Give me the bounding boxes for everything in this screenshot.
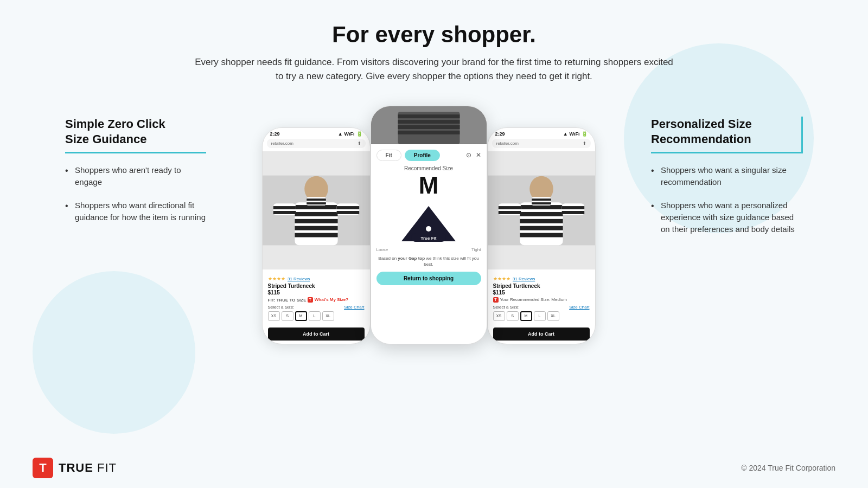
right-bullet-1: Shoppers who want a singular size recomm… <box>651 164 803 188</box>
svg-rect-19 <box>398 114 459 118</box>
browser-bar-right: retailer.com ⬆ <box>492 139 591 148</box>
size-m-left[interactable]: M <box>295 311 307 321</box>
stars-left: ★★★★ <box>268 276 285 281</box>
modal-rec-title: Recommended Size <box>376 165 481 171</box>
svg-rect-32 <box>520 219 563 223</box>
reviews-left[interactable]: 31 Reviews <box>288 277 310 281</box>
modal-size-big: M <box>376 174 481 197</box>
right-bullet-2: Shoppers who want a personalized experie… <box>651 200 803 235</box>
page-title: For every shopper. <box>190 22 678 48</box>
product-price-left: $115 <box>268 290 365 296</box>
right-panel-title: Personalized SizeRecommendation <box>651 117 803 153</box>
svg-rect-42 <box>532 198 551 201</box>
svg-rect-3 <box>295 205 337 209</box>
svg-rect-31 <box>520 212 563 216</box>
size-l-right[interactable]: L <box>534 311 546 321</box>
product-price-right: $115 <box>493 290 590 296</box>
recommended-label-right: T Your Recommended Size: Medium <box>493 297 590 303</box>
svg-point-24 <box>426 226 431 232</box>
svg-rect-40 <box>561 211 584 214</box>
status-icons-left: ▲ WiFi 🔋 <box>338 131 362 137</box>
time-left: 2:29 <box>270 131 280 137</box>
svg-rect-33 <box>520 226 563 230</box>
product-image-left <box>263 151 370 269</box>
modal-desc: Based on your Gap top we think this size… <box>376 255 481 267</box>
svg-rect-16 <box>307 202 326 204</box>
svg-rect-34 <box>520 233 563 237</box>
left-bullet-2: Shoppers who want directional fit guidan… <box>65 200 206 223</box>
svg-text:True Fit: True Fit <box>421 236 437 241</box>
svg-rect-4 <box>295 212 337 216</box>
size-chart-left[interactable]: Size Chart <box>344 305 364 310</box>
phone-left: 2:29 ▲ WiFi 🔋 retailer.com ⬆ <box>262 127 371 344</box>
right-panel: Personalized SizeRecommendation Shoppers… <box>640 106 803 247</box>
product-info-left: ★★★★ 31 Reviews Striped Turtleneck $115 … <box>263 269 370 324</box>
left-panel-title: Simple Zero ClickSize Guidance <box>65 117 206 153</box>
phone-center: 2:29 ▲ WiFi 🔋 retailer.com ⬆ <box>371 106 487 344</box>
tf-badge-left[interactable]: T What's My Size? <box>308 297 348 303</box>
svg-rect-9 <box>273 206 296 209</box>
size-m-right[interactable]: M <box>520 311 532 321</box>
sweater-svg-right <box>488 151 595 269</box>
right-bullet-list: Shoppers who want a singular size recomm… <box>651 164 803 235</box>
size-row-left: Select a Size: Size Chart <box>268 305 365 310</box>
svg-rect-43 <box>532 202 551 204</box>
size-s-left[interactable]: S <box>282 311 293 321</box>
size-xl-left[interactable]: XL <box>322 311 334 321</box>
svg-rect-22 <box>398 131 459 134</box>
svg-rect-6 <box>295 226 337 230</box>
return-button[interactable]: Return to shopping <box>376 272 481 285</box>
fit-label-left: FIT: TRUE TO SIZE T What's My Size? <box>268 297 365 303</box>
modal-overlay: Fit Profile ⊙ ✕ Recommended Size M <box>371 106 487 344</box>
main-content: Simple Zero ClickSize Guidance Shoppers … <box>33 106 835 344</box>
settings-icon[interactable]: ⊙ <box>466 151 471 159</box>
modal-bg-sweater <box>371 106 487 144</box>
svg-rect-10 <box>273 211 296 214</box>
svg-rect-37 <box>498 211 521 214</box>
reviews-right[interactable]: 31 Reviews <box>513 277 535 281</box>
gauge-container: True Fit <box>391 201 467 244</box>
tight-label: Tight <box>471 247 481 252</box>
svg-rect-5 <box>295 219 337 223</box>
tf-logo-right: T <box>493 297 499 303</box>
add-to-cart-left[interactable]: Add to Cart <box>268 328 365 341</box>
size-row-right: Select a Size: Size Chart <box>493 305 590 310</box>
modal-sheet: Fit Profile ⊙ ✕ Recommended Size M <box>371 144 487 344</box>
svg-rect-36 <box>498 206 521 209</box>
product-name-right: Striped Turtleneck <box>493 283 590 289</box>
size-buttons-right: XS S M L XL <box>493 311 590 321</box>
page-header: For every shopper. Every shopper needs f… <box>190 22 678 84</box>
stars-right: ★★★★ <box>493 276 510 281</box>
svg-rect-7 <box>295 233 337 237</box>
browser-bar-left: retailer.com ⬆ <box>267 139 366 148</box>
status-bar-right: 2:29 ▲ WiFi 🔋 <box>488 128 595 139</box>
loose-label: Loose <box>376 247 388 252</box>
svg-rect-30 <box>520 205 563 209</box>
status-bar-left: 2:29 ▲ WiFi 🔋 <box>263 128 370 139</box>
phone-right: 2:29 ▲ WiFi 🔋 retailer.com ⬆ <box>487 127 596 344</box>
sweater-svg-left <box>263 151 370 269</box>
svg-rect-39 <box>561 206 584 209</box>
svg-rect-15 <box>307 198 326 201</box>
size-s-right[interactable]: S <box>507 311 519 321</box>
time-right: 2:29 <box>495 131 505 137</box>
size-xs-left[interactable]: XS <box>268 311 280 321</box>
size-xl-right[interactable]: XL <box>547 311 559 321</box>
size-l-left[interactable]: L <box>309 311 321 321</box>
size-chart-right[interactable]: Size Chart <box>569 305 589 310</box>
add-to-cart-right[interactable]: Add to Cart <box>493 328 590 341</box>
size-buttons-left: XS S M L XL <box>268 311 365 321</box>
close-icon[interactable]: ✕ <box>476 151 481 159</box>
gauge-svg: True Fit <box>391 201 467 244</box>
product-info-right: ★★★★ 31 Reviews Striped Turtleneck $115 … <box>488 269 595 324</box>
tab-fit[interactable]: Fit <box>376 150 401 161</box>
tab-profile[interactable]: Profile <box>405 150 440 161</box>
left-panel: Simple Zero ClickSize Guidance Shoppers … <box>65 106 217 235</box>
left-bullet-1: Shoppers who aren't ready to engage <box>65 164 206 188</box>
left-bullet-list: Shoppers who aren't ready to engage Shop… <box>65 164 206 223</box>
modal-tabs: Fit Profile <box>376 150 440 161</box>
size-xs-right[interactable]: XS <box>493 311 505 321</box>
svg-rect-12 <box>336 206 359 209</box>
phones-container: 2:29 ▲ WiFi 🔋 retailer.com ⬆ <box>217 106 640 344</box>
svg-rect-13 <box>336 211 359 214</box>
